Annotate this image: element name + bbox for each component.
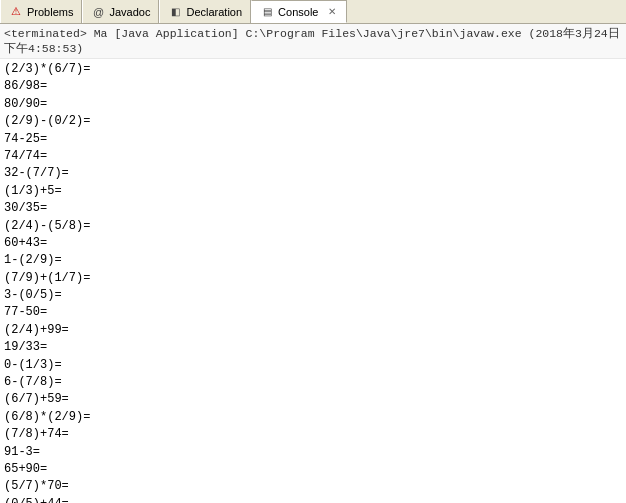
problems-icon: ⚠ (9, 5, 23, 19)
list-item: 1-(2/9)= (4, 252, 622, 269)
tab-problems-label: Problems (27, 6, 73, 18)
list-item: 74/74= (4, 148, 622, 165)
console-icon: ▤ (260, 5, 274, 19)
list-item: (2/9)-(0/2)= (4, 113, 622, 130)
list-item: (7/9)+(1/7)= (4, 270, 622, 287)
tab-console[interactable]: ▤ Console ✕ (251, 0, 347, 23)
list-item: 77-50= (4, 304, 622, 321)
list-item: (0/5)+44= (4, 496, 622, 503)
list-item: 6-(7/8)= (4, 374, 622, 391)
tab-javadoc-label: Javadoc (109, 6, 150, 18)
list-item: (2/4)+99= (4, 322, 622, 339)
list-item: 3-(0/5)= (4, 287, 622, 304)
list-item: (2/4)-(5/8)= (4, 218, 622, 235)
tab-declaration-label: Declaration (186, 6, 242, 18)
terminated-line: <terminated> Ma [Java Application] C:\Pr… (0, 24, 626, 59)
declaration-icon: ◧ (168, 5, 182, 19)
list-item: 32-(7/7)= (4, 165, 622, 182)
list-item: 80/90= (4, 96, 622, 113)
list-item: (6/8)*(2/9)= (4, 409, 622, 426)
list-item: 60+43= (4, 235, 622, 252)
list-item: (2/3)*(6/7)= (4, 61, 622, 78)
tab-javadoc[interactable]: @ Javadoc (82, 0, 159, 23)
javadoc-icon: @ (91, 5, 105, 19)
list-item: (5/7)*70= (4, 478, 622, 495)
list-item: (6/7)+59= (4, 391, 622, 408)
tab-bar: ⚠ Problems @ Javadoc ◧ Declaration ▤ Con… (0, 0, 626, 24)
console-panel: <terminated> Ma [Java Application] C:\Pr… (0, 24, 626, 503)
list-item: 30/35= (4, 200, 622, 217)
tab-console-label: Console (278, 6, 318, 18)
list-item: 19/33= (4, 339, 622, 356)
list-item: 0-(1/3)= (4, 357, 622, 374)
list-item: (1/3)+5= (4, 183, 622, 200)
console-close-button[interactable]: ✕ (326, 5, 338, 18)
console-output: (2/3)*(6/7)=86/98=80/90=(2/9)-(0/2)=74-2… (0, 59, 626, 503)
list-item: 74-25= (4, 131, 622, 148)
tab-declaration[interactable]: ◧ Declaration (159, 0, 251, 23)
list-item: (7/8)+74= (4, 426, 622, 443)
list-item: 86/98= (4, 78, 622, 95)
list-item: 91-3= (4, 444, 622, 461)
tab-problems[interactable]: ⚠ Problems (0, 0, 82, 23)
list-item: 65+90= (4, 461, 622, 478)
